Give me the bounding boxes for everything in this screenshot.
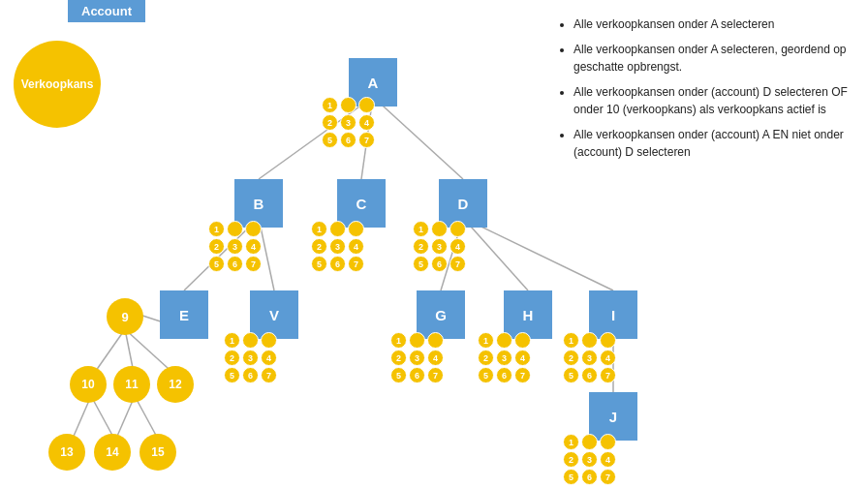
orange-node-9: 9	[107, 298, 143, 335]
badge: 1	[390, 332, 407, 349]
badge	[348, 221, 364, 237]
orange-node-14: 14	[94, 434, 131, 471]
badge: 1	[413, 221, 429, 237]
badge: 3	[242, 350, 259, 366]
orange-node-12: 12	[157, 366, 194, 403]
badge-cluster-J: 1 2 3 4 5 6 7	[563, 434, 617, 485]
svg-line-7	[463, 218, 613, 290]
badge: 2	[208, 238, 225, 255]
badge-cluster-D: 1 2 3 4 5 6 7	[413, 221, 467, 272]
badge: 1	[563, 332, 579, 349]
badge: 3	[340, 114, 356, 131]
account-label: Account	[68, 0, 145, 22]
badge: 1	[563, 434, 579, 450]
badge	[261, 332, 277, 349]
badge-cluster-V: 1 2 3 4 5 6 7	[224, 332, 278, 383]
badge: 3	[581, 451, 598, 468]
badge: 7	[358, 132, 375, 148]
badge	[450, 221, 466, 237]
bullet-item-3: Alle verkoopkansen onder (account) D sel…	[574, 83, 849, 118]
orange-node-13: 13	[48, 434, 85, 471]
badge: 1	[208, 221, 225, 237]
badge: 6	[581, 469, 598, 485]
bullet-item-2: Alle verkoopkansen onder A selecteren, g…	[574, 41, 849, 76]
svg-line-2	[373, 97, 463, 179]
badge: 2	[390, 350, 407, 366]
badge	[600, 332, 616, 349]
badge	[427, 332, 444, 349]
badge: 4	[245, 238, 262, 255]
badge-cluster-C: 1 2 3 4 5 6 7	[311, 221, 365, 272]
orange-node-11: 11	[113, 366, 150, 403]
badge: 4	[600, 451, 616, 468]
badge: 7	[348, 256, 364, 272]
badge: 6	[431, 256, 448, 272]
bullet-list: Alle verkoopkansen onder A selecteren Al…	[558, 15, 849, 168]
badge: 2	[478, 350, 494, 366]
badge: 3	[496, 350, 512, 366]
badge: 6	[242, 367, 259, 383]
badge: 5	[322, 132, 338, 148]
badge	[242, 332, 259, 349]
badge: 6	[340, 132, 356, 148]
badge-cluster-B: 1 2 3 4 5 6 7	[208, 221, 263, 272]
badge	[227, 221, 243, 237]
badge	[358, 97, 375, 113]
node-E: E	[160, 290, 208, 339]
badge: 5	[563, 367, 579, 383]
verkoopkans-circle: Verkoopkans	[14, 41, 101, 128]
badge: 5	[563, 469, 579, 485]
badge	[600, 434, 616, 450]
badge: 6	[496, 367, 512, 383]
badge: 4	[600, 350, 616, 366]
badge-cluster-G: 1 2 3 4 5 6 7	[390, 332, 445, 383]
badge	[245, 221, 262, 237]
orange-node-10: 10	[70, 366, 107, 403]
badge	[409, 332, 425, 349]
badge: 2	[224, 350, 240, 366]
badge-cluster-H: 1 2 3 4 5 6 7	[478, 332, 532, 383]
badge: 7	[427, 367, 444, 383]
badge: 3	[581, 350, 598, 366]
badge: 2	[413, 238, 429, 255]
svg-line-6	[463, 218, 528, 290]
badge	[496, 332, 512, 349]
badge: 7	[600, 469, 616, 485]
badge: 4	[348, 238, 364, 255]
badge: 4	[261, 350, 277, 366]
badge: 5	[478, 367, 494, 383]
badge: 6	[409, 367, 425, 383]
badge: 3	[431, 238, 448, 255]
badge: 5	[224, 367, 240, 383]
badge: 5	[208, 256, 225, 272]
badge: 2	[563, 451, 579, 468]
badge: 2	[322, 114, 338, 131]
badge: 6	[581, 367, 598, 383]
bullet-item-4: Alle verkoopkansen onder (account) A EN …	[574, 126, 849, 161]
badge	[581, 434, 598, 450]
orange-node-15: 15	[140, 434, 176, 471]
badge: 3	[227, 238, 243, 255]
badge: 5	[311, 256, 327, 272]
badge: 3	[329, 238, 346, 255]
badge: 2	[563, 350, 579, 366]
badge	[431, 221, 448, 237]
badge	[514, 332, 531, 349]
badge: 7	[450, 256, 466, 272]
badge: 7	[514, 367, 531, 383]
badge-cluster-I: 1 2 3 4 5 6 7	[563, 332, 617, 383]
badge: 6	[227, 256, 243, 272]
badge	[329, 221, 346, 237]
badge: 1	[311, 221, 327, 237]
badge: 3	[409, 350, 425, 366]
badge	[340, 97, 356, 113]
badge: 4	[450, 238, 466, 255]
badge: 7	[261, 367, 277, 383]
badge: 4	[358, 114, 375, 131]
badge: 7	[600, 367, 616, 383]
bullet-item-1: Alle verkoopkansen onder A selecteren	[574, 15, 849, 33]
badge: 1	[322, 97, 338, 113]
badge: 6	[329, 256, 346, 272]
badge-cluster-A: 1 2 3 4 5 6 7	[322, 97, 376, 148]
badge: 7	[245, 256, 262, 272]
